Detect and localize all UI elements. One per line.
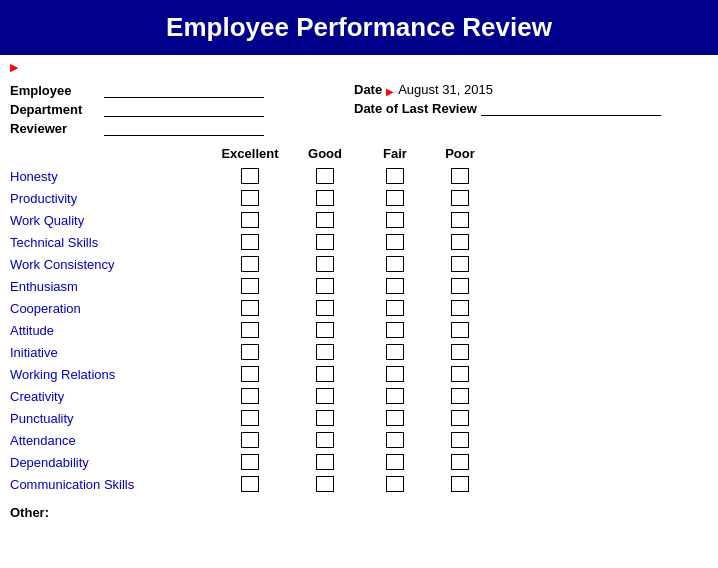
row-label: Cooperation bbox=[10, 301, 210, 316]
checkbox-cell[interactable] bbox=[241, 168, 259, 184]
checkbox-cell[interactable] bbox=[451, 190, 469, 206]
checkbox-cell[interactable] bbox=[451, 256, 469, 272]
row-label: Attitude bbox=[10, 323, 210, 338]
table-row: Technical Skills bbox=[10, 231, 708, 253]
checkbox-cell[interactable] bbox=[316, 322, 334, 338]
col-header-good: Good bbox=[290, 146, 360, 161]
page-title: Employee Performance Review bbox=[0, 0, 718, 55]
checkbox-cell[interactable] bbox=[386, 300, 404, 316]
date-marker: ▶ bbox=[386, 86, 394, 97]
checkbox-cell[interactable] bbox=[386, 454, 404, 470]
checkbox-cell[interactable] bbox=[451, 476, 469, 492]
last-review-label: Date of Last Review bbox=[354, 101, 477, 116]
checkbox-cell[interactable] bbox=[316, 234, 334, 250]
reviewer-label: Reviewer bbox=[10, 121, 100, 136]
checkbox-cell[interactable] bbox=[451, 278, 469, 294]
checkbox-cell[interactable] bbox=[241, 300, 259, 316]
checkbox-cell[interactable] bbox=[451, 366, 469, 382]
col-header-excellent: Excellent bbox=[210, 146, 290, 161]
row-label: Initiative bbox=[10, 345, 210, 360]
checkbox-cell[interactable] bbox=[316, 278, 334, 294]
ratings-section: Excellent Good Fair Poor HonestyProducti… bbox=[0, 140, 718, 495]
table-row: Dependability bbox=[10, 451, 708, 473]
department-label: Department bbox=[10, 102, 100, 117]
checkbox-cell[interactable] bbox=[241, 256, 259, 272]
checkbox-cell[interactable] bbox=[386, 278, 404, 294]
employee-input[interactable] bbox=[104, 82, 264, 98]
employee-label: Employee bbox=[10, 83, 100, 98]
checkbox-cell[interactable] bbox=[241, 476, 259, 492]
table-row: Honesty bbox=[10, 165, 708, 187]
table-row: Productivity bbox=[10, 187, 708, 209]
table-row: Cooperation bbox=[10, 297, 708, 319]
checkbox-cell[interactable] bbox=[451, 322, 469, 338]
checkbox-cell[interactable] bbox=[386, 234, 404, 250]
checkbox-cell[interactable] bbox=[451, 388, 469, 404]
checkbox-cell[interactable] bbox=[451, 432, 469, 448]
checkbox-cell[interactable] bbox=[241, 432, 259, 448]
row-label: Communication Skills bbox=[10, 477, 210, 492]
checkbox-cell[interactable] bbox=[241, 388, 259, 404]
table-row: Work Quality bbox=[10, 209, 708, 231]
checkbox-cell[interactable] bbox=[451, 300, 469, 316]
row-label: Productivity bbox=[10, 191, 210, 206]
checkbox-cell[interactable] bbox=[386, 366, 404, 382]
department-input[interactable] bbox=[104, 101, 264, 117]
checkbox-cell[interactable] bbox=[241, 278, 259, 294]
table-row: Initiative bbox=[10, 341, 708, 363]
red-arrow-icon: ▶ bbox=[10, 61, 18, 73]
checkbox-cell[interactable] bbox=[316, 168, 334, 184]
checkbox-cell[interactable] bbox=[386, 344, 404, 360]
checkbox-cell[interactable] bbox=[451, 168, 469, 184]
table-row: Creativity bbox=[10, 385, 708, 407]
checkbox-cell[interactable] bbox=[316, 212, 334, 228]
checkbox-cell[interactable] bbox=[316, 388, 334, 404]
checkbox-cell[interactable] bbox=[241, 190, 259, 206]
checkbox-cell[interactable] bbox=[316, 344, 334, 360]
checkbox-cell[interactable] bbox=[316, 432, 334, 448]
checkbox-cell[interactable] bbox=[386, 410, 404, 426]
checkbox-cell[interactable] bbox=[241, 454, 259, 470]
checkbox-cell[interactable] bbox=[386, 190, 404, 206]
left-fields: Employee Department Reviewer bbox=[10, 82, 264, 136]
row-label: Dependability bbox=[10, 455, 210, 470]
employee-field-row: Employee bbox=[10, 82, 264, 98]
checkbox-cell[interactable] bbox=[316, 454, 334, 470]
checkbox-cell[interactable] bbox=[241, 322, 259, 338]
row-label: Work Quality bbox=[10, 213, 210, 228]
checkbox-cell[interactable] bbox=[241, 344, 259, 360]
checkbox-cell[interactable] bbox=[386, 476, 404, 492]
checkbox-cell[interactable] bbox=[241, 234, 259, 250]
right-fields: Date ▶ August 31, 2015 Date of Last Revi… bbox=[354, 82, 661, 136]
checkbox-cell[interactable] bbox=[241, 212, 259, 228]
other-section: Other: bbox=[0, 495, 718, 526]
checkbox-cell[interactable] bbox=[451, 454, 469, 470]
checkbox-cell[interactable] bbox=[316, 476, 334, 492]
checkbox-cell[interactable] bbox=[386, 388, 404, 404]
checkbox-cell[interactable] bbox=[451, 410, 469, 426]
checkbox-cell[interactable] bbox=[316, 300, 334, 316]
checkbox-cell[interactable] bbox=[386, 168, 404, 184]
table-row: Communication Skills bbox=[10, 473, 708, 495]
row-label: Punctuality bbox=[10, 411, 210, 426]
table-row: Punctuality bbox=[10, 407, 708, 429]
checkbox-cell[interactable] bbox=[451, 212, 469, 228]
checkbox-cell[interactable] bbox=[386, 256, 404, 272]
checkbox-cell[interactable] bbox=[451, 234, 469, 250]
checkbox-cell[interactable] bbox=[316, 366, 334, 382]
checkbox-cell[interactable] bbox=[386, 432, 404, 448]
table-row: Attendance bbox=[10, 429, 708, 451]
checkbox-cell[interactable] bbox=[241, 366, 259, 382]
checkbox-cell[interactable] bbox=[386, 212, 404, 228]
reviewer-input[interactable] bbox=[104, 120, 264, 136]
checkbox-cell[interactable] bbox=[316, 410, 334, 426]
checkbox-cell[interactable] bbox=[386, 322, 404, 338]
ratings-header: Excellent Good Fair Poor bbox=[210, 146, 708, 161]
last-review-input[interactable] bbox=[481, 100, 661, 116]
table-row: Attitude bbox=[10, 319, 708, 341]
checkbox-cell[interactable] bbox=[316, 190, 334, 206]
checkbox-cell[interactable] bbox=[241, 410, 259, 426]
date-label: Date bbox=[354, 82, 382, 97]
checkbox-cell[interactable] bbox=[451, 344, 469, 360]
checkbox-cell[interactable] bbox=[316, 256, 334, 272]
